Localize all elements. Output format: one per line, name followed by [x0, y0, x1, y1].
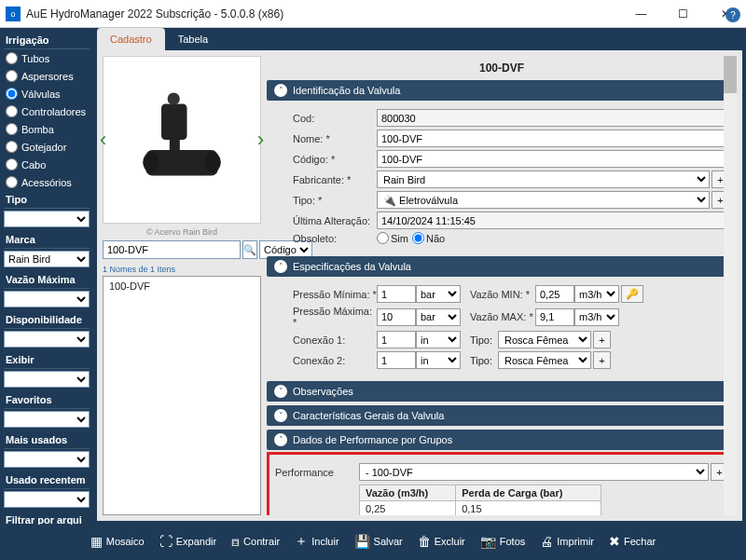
vmin-unit[interactable]: m3/h — [574, 285, 619, 303]
performance-highlight: Performance - 100-DVF + Vazão (m3/h) Per… — [267, 452, 737, 515]
sidebar-radio-bomba[interactable]: Bomba — [4, 120, 90, 138]
usado-select[interactable] — [4, 491, 90, 508]
sidebar-radio-válvulas[interactable]: Válvulas — [4, 85, 90, 102]
list-item[interactable]: 100-DVF — [105, 279, 258, 294]
scrollbar[interactable] — [724, 56, 737, 515]
app-logo: o — [6, 7, 21, 21]
svg-rect-0 — [161, 104, 187, 141]
vmax-input[interactable] — [535, 308, 574, 326]
performance-select[interactable]: - 100-DVF — [359, 463, 709, 481]
camera-icon: 📷 — [480, 534, 496, 549]
section-identificacao[interactable]: ˄ Identificação da Valvula — [267, 80, 737, 101]
tipo-select[interactable] — [4, 211, 90, 227]
section-observacoes[interactable]: ˅Observações — [267, 381, 737, 402]
minimize-button[interactable]: — — [620, 0, 662, 28]
obsoleto-nao[interactable]: Não — [412, 232, 445, 244]
details-panel: 100-DVF ˄ Identificação da Valvula Cod: … — [267, 56, 737, 515]
sidebar-radio-acessórios[interactable]: Acessórios — [4, 173, 90, 191]
vazao-select[interactable] — [4, 291, 90, 307]
next-image-button[interactable]: › — [257, 128, 264, 152]
fav-select[interactable] — [4, 411, 90, 428]
svg-point-3 — [204, 152, 221, 172]
fabricante-select[interactable]: Rain Bird — [377, 171, 710, 188]
chevron-up-icon: ˄ — [274, 260, 287, 273]
cod-input[interactable] — [377, 109, 729, 127]
nome-input[interactable] — [377, 130, 729, 147]
svg-rect-4 — [170, 138, 180, 152]
sidebar-heading-disp: Disponibilidade — [4, 311, 90, 329]
mosaico-button[interactable]: ▦Mosaico — [85, 530, 150, 553]
svg-point-2 — [143, 152, 159, 172]
search-button[interactable]: 🔍 — [242, 240, 257, 259]
section-especificacoes[interactable]: ˄ Especificações da Valvula — [267, 256, 737, 277]
vmin-input[interactable] — [535, 285, 574, 303]
results-list[interactable]: 100-DVF — [103, 276, 261, 515]
sidebar: Irrigação TubosAspersoresVálvulasControl… — [0, 28, 93, 525]
tab-body: ‹ › © Acervo Rain Bird 🔍 Código — [97, 50, 742, 521]
svg-point-5 — [168, 92, 180, 104]
excluir-button[interactable]: 🗑Excluir — [412, 530, 471, 553]
sidebar-heading-exibir: Exibir — [4, 351, 90, 369]
section-performance[interactable]: ˄Dados de Performance por Grupos — [267, 430, 737, 450]
tab-cadastro[interactable]: Cadastro — [97, 28, 165, 50]
sidebar-radio-controladores[interactable]: Controladores — [4, 102, 90, 120]
con2-unit[interactable]: in — [416, 351, 461, 369]
sidebar-heading-vazao: Vazão Máxima — [4, 271, 90, 289]
perf-header-perda: Perda de Carga (bar) — [456, 485, 601, 501]
scrollbar-thumb[interactable] — [724, 56, 737, 93]
vmax-unit[interactable]: m3/h — [574, 308, 619, 326]
table-row[interactable]: 0,250,15 — [360, 501, 601, 516]
pmin-unit[interactable]: bar — [416, 285, 461, 303]
close-icon: ✖ — [609, 534, 620, 549]
pmax-unit[interactable]: bar — [416, 308, 461, 326]
valve-icon — [131, 89, 233, 191]
incluir-button[interactable]: ＋Incluir — [289, 529, 344, 553]
help-icon[interactable]: ? — [725, 7, 740, 22]
maximize-button[interactable]: ☐ — [662, 0, 704, 28]
pmin-input[interactable] — [377, 285, 416, 303]
add-con2-button[interactable]: + — [593, 351, 611, 369]
pmax-input[interactable] — [377, 308, 416, 326]
disp-select[interactable] — [4, 331, 90, 348]
sidebar-radio-tubos[interactable]: Tubos — [4, 49, 90, 67]
mais-select[interactable] — [4, 451, 90, 468]
sidebar-radio-aspersores[interactable]: Aspersores — [4, 67, 90, 85]
fechar-button[interactable]: ✖Fechar — [603, 530, 661, 553]
marca-select[interactable]: Rain Bird — [4, 251, 90, 267]
key-button[interactable]: 🔑 — [621, 285, 643, 303]
tab-tabela[interactable]: Tabela — [165, 28, 221, 50]
item-title: 100-DVF — [267, 56, 737, 80]
codigo-input[interactable] — [377, 150, 729, 168]
bottom-toolbar: ▦Mosaico ⛶Expandir ⧈Contrair ＋Incluir 💾S… — [0, 525, 746, 558]
exibir-select[interactable] — [4, 371, 90, 388]
expandir-button[interactable]: ⛶Expandir — [154, 530, 222, 553]
grid-icon: ▦ — [90, 534, 103, 549]
tipo-select[interactable]: 🔌 Eletroválvula — [377, 191, 710, 209]
preview-image: ‹ › — [103, 56, 261, 224]
list-caption: 1 Nomes de 1 Itens — [103, 263, 261, 276]
sidebar-radio-gotejador[interactable]: Gotejador — [4, 138, 90, 156]
sidebar-heading-filtrar: Filtrar por arqui — [4, 512, 90, 525]
perf-header-vazao: Vazão (m3/h) — [360, 485, 456, 501]
con2-tipo-select[interactable]: Rosca Fêmea — [498, 351, 591, 369]
imprimir-button[interactable]: 🖨Imprimir — [534, 530, 600, 553]
prev-image-button[interactable]: ‹ — [100, 128, 106, 152]
chevron-down-icon: ˅ — [274, 409, 287, 422]
collapse-icon: ⧈ — [231, 534, 240, 550]
section-caracteristicas[interactable]: ˅Características Gerais da Valvula — [267, 405, 737, 426]
sidebar-radio-cabo[interactable]: Cabo — [4, 156, 90, 173]
salvar-button[interactable]: 💾Salvar — [349, 530, 408, 553]
con1-unit[interactable]: in — [416, 331, 461, 348]
search-input[interactable] — [103, 240, 241, 259]
con2-input[interactable] — [377, 351, 416, 369]
sidebar-heading-marca: Marca — [4, 231, 90, 249]
obsoleto-sim[interactable]: Sim — [377, 232, 408, 244]
contrair-button[interactable]: ⧈Contrair — [226, 530, 285, 553]
con1-tipo-select[interactable]: Rosca Fêmea — [498, 331, 591, 348]
chevron-up-icon: ˄ — [274, 433, 287, 446]
con1-input[interactable] — [377, 331, 416, 348]
save-icon: 💾 — [354, 534, 370, 549]
sidebar-heading-usado: Usado recentem — [4, 471, 90, 489]
fotos-button[interactable]: 📷Fotos — [475, 530, 532, 553]
add-con1-button[interactable]: + — [593, 331, 611, 348]
